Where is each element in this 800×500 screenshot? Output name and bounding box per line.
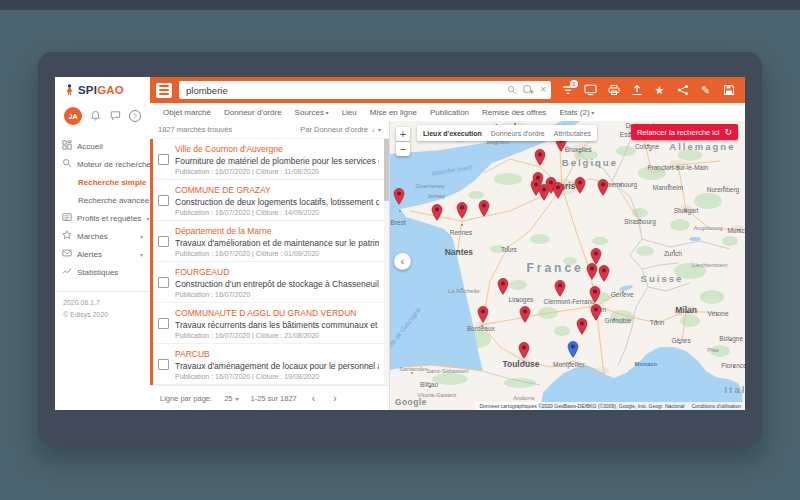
result-dates: Publication : 16/07/2020 | Clôture : 19/… bbox=[175, 373, 379, 380]
map-marker-pin[interactable] bbox=[586, 263, 598, 280]
results-count: 1827 marchés trouvés bbox=[158, 125, 232, 134]
map-marker-pin[interactable] bbox=[597, 179, 609, 196]
result-dates: Publication : 16/07/2020 bbox=[175, 291, 379, 298]
next-page-button[interactable]: › bbox=[330, 393, 339, 404]
monitor-icon[interactable] bbox=[584, 84, 597, 97]
home-grid-icon bbox=[62, 140, 72, 152]
prev-page-button[interactable]: ‹ bbox=[309, 393, 318, 404]
map-marker-pin[interactable] bbox=[477, 306, 489, 323]
add-search-icon[interactable] bbox=[523, 81, 534, 99]
result-description: Travaux d'aménagement de locaux pour le … bbox=[175, 361, 379, 371]
map-layer-tabs: Lieux d'executionDonneurs d'ordreAttribu… bbox=[417, 125, 597, 141]
sidebar-item-statistiques[interactable]: Statistiques bbox=[55, 263, 150, 281]
clear-search-icon[interactable]: × bbox=[540, 85, 546, 95]
avatar[interactable]: JA bbox=[64, 107, 82, 125]
map-marker-pin[interactable] bbox=[431, 204, 443, 221]
terms-link[interactable]: Conditions d'utilisation bbox=[691, 403, 741, 409]
zoom-out-button[interactable]: − bbox=[396, 142, 410, 156]
result-item[interactable]: PARCUB Travaux d'aménagement de locaux p… bbox=[153, 344, 389, 385]
filter-tab[interactable]: Sources bbox=[295, 108, 329, 117]
sidebar-item-recherche-simple[interactable]: Recherche simple bbox=[55, 173, 150, 191]
sort-control[interactable]: Par Donneur d'ordre ↓ ▾ bbox=[300, 125, 381, 134]
map-attribution: Données cartographiques ©2020 GeoBasis-D… bbox=[475, 402, 745, 410]
map-marker-pin[interactable] bbox=[567, 341, 579, 358]
filter-tab[interactable]: Donneur d'ordre bbox=[224, 108, 282, 117]
sidebar-user-row: JA ? bbox=[55, 103, 150, 129]
filter-tab[interactable]: Publication bbox=[430, 108, 469, 117]
map-marker-pin[interactable] bbox=[519, 306, 531, 323]
results-header: 1827 marchés trouvés Par Donneur d'ordre… bbox=[150, 121, 389, 139]
map-marker-pin[interactable] bbox=[598, 265, 610, 282]
result-checkbox[interactable] bbox=[158, 359, 169, 370]
magnifier-icon[interactable] bbox=[507, 81, 517, 99]
result-dates: Publication : 16/07/2020 | Clôture : 21/… bbox=[175, 332, 379, 339]
bell-icon[interactable] bbox=[90, 107, 101, 125]
map-marker-pin[interactable] bbox=[497, 278, 509, 295]
result-item[interactable]: COMMUNAUTE D AGGL DU GRAND VERDUN Travau… bbox=[153, 303, 389, 344]
pagination-range: 1-25 sur 1827 bbox=[251, 394, 297, 403]
map-layer-tab[interactable]: Lieux d'execution bbox=[423, 130, 482, 137]
result-item[interactable]: Département de la Marne Travaux d'amélio… bbox=[153, 221, 389, 262]
search-input[interactable] bbox=[184, 84, 501, 97]
map-marker-pin[interactable] bbox=[393, 188, 405, 205]
help-icon[interactable]: ? bbox=[129, 110, 141, 122]
scrollbar-thumb[interactable] bbox=[384, 139, 389, 201]
printer-icon[interactable] bbox=[607, 84, 620, 97]
sidebar-item-marches[interactable]: Marchés ▾ bbox=[55, 227, 150, 245]
chat-icon[interactable] bbox=[110, 107, 121, 125]
sidebar-item-moteur-de-recherche[interactable]: Moteur de recherche ▴ bbox=[55, 155, 150, 173]
map-marker-pin[interactable] bbox=[518, 342, 530, 359]
map[interactable]: LondresSouthamptonBrightonManche (mer)Gu… bbox=[390, 121, 745, 410]
map-marker-pin[interactable] bbox=[534, 149, 546, 166]
filter-tab[interactable]: Objet marché bbox=[163, 108, 211, 117]
map-marker-pin[interactable] bbox=[478, 200, 490, 217]
map-marker-pin[interactable] bbox=[552, 182, 564, 199]
map-marker-pin[interactable] bbox=[590, 304, 602, 321]
result-dates: Publication : 16/07/2020 | Clôture : 11/… bbox=[175, 168, 379, 175]
filter-tab[interactable]: Mise en ligne bbox=[370, 108, 417, 117]
result-item[interactable]: COMMUNE DE GRAZAY Construction de deux l… bbox=[153, 180, 389, 221]
map-marker-pin[interactable] bbox=[456, 202, 468, 219]
map-layer-tab[interactable]: Donneurs d'ordre bbox=[491, 130, 545, 137]
search-icon bbox=[62, 158, 72, 170]
caret-down-icon: ▾ bbox=[235, 395, 238, 402]
map-marker-pin[interactable] bbox=[574, 177, 586, 194]
star-icon[interactable]: ★ bbox=[653, 84, 666, 97]
sidebar-item-accueil[interactable]: Accueil bbox=[55, 137, 150, 155]
sidebar-item-profils-et-requetes[interactable]: Profils et requêtes ▾ bbox=[55, 209, 150, 227]
map-background bbox=[390, 121, 745, 410]
result-item[interactable]: FOURGEAUD Construction d'un entrepôt de … bbox=[153, 262, 389, 303]
result-title: COMMUNAUTE D AGGL DU GRAND VERDUN bbox=[175, 308, 379, 318]
sidebar-item-alertes[interactable]: Alertes ▾ bbox=[55, 245, 150, 263]
map-layer-tab[interactable]: Attributaires bbox=[554, 130, 591, 137]
sidebar-nav: Accueil Moteur de recherche ▴ Recherche … bbox=[55, 129, 150, 326]
save-icon[interactable] bbox=[722, 84, 735, 97]
map-marker-pin[interactable] bbox=[554, 280, 566, 297]
result-description: Travaux récurrents dans les bâtiments co… bbox=[175, 320, 379, 330]
zoom-in-button[interactable]: + bbox=[396, 127, 410, 141]
menu-icon[interactable] bbox=[156, 83, 172, 98]
sidebar-item-recherche-avancee[interactable]: Recherche avancée bbox=[55, 191, 150, 209]
edit-icon[interactable]: ✎ bbox=[699, 84, 712, 97]
map-marker-pin[interactable] bbox=[576, 318, 588, 335]
filter-tab[interactable]: Etats (2) bbox=[559, 108, 594, 117]
filter-tabs: Objet marchéDonneur d'ordreSourcesLieuMi… bbox=[150, 103, 745, 121]
result-title: Département de la Marne bbox=[175, 226, 379, 236]
result-title: COMMUNE DE GRAZAY bbox=[175, 185, 379, 195]
result-checkbox[interactable] bbox=[158, 236, 169, 247]
result-checkbox[interactable] bbox=[158, 154, 169, 165]
result-checkbox[interactable] bbox=[158, 318, 169, 329]
filter-tab[interactable]: Lieu bbox=[342, 108, 357, 117]
share-icon[interactable] bbox=[676, 84, 689, 97]
filter-tab[interactable]: Remise des offres bbox=[482, 108, 546, 117]
map-marker-pin[interactable] bbox=[589, 286, 601, 303]
result-item[interactable]: Ville de Cournon d'Auvergne Fourniture d… bbox=[153, 139, 389, 180]
filter-icon[interactable]: 1 bbox=[561, 84, 574, 97]
collapse-panel-button[interactable]: ‹ bbox=[394, 253, 411, 270]
relaunch-search-button[interactable]: Relancer la recherche ici ↻ bbox=[631, 124, 738, 140]
list-scrollbar[interactable] bbox=[384, 139, 389, 385]
upload-icon[interactable] bbox=[630, 84, 643, 97]
result-checkbox[interactable] bbox=[158, 277, 169, 288]
rows-per-page-select[interactable]: 25 ▾ bbox=[224, 394, 238, 403]
result-checkbox[interactable] bbox=[158, 195, 169, 206]
